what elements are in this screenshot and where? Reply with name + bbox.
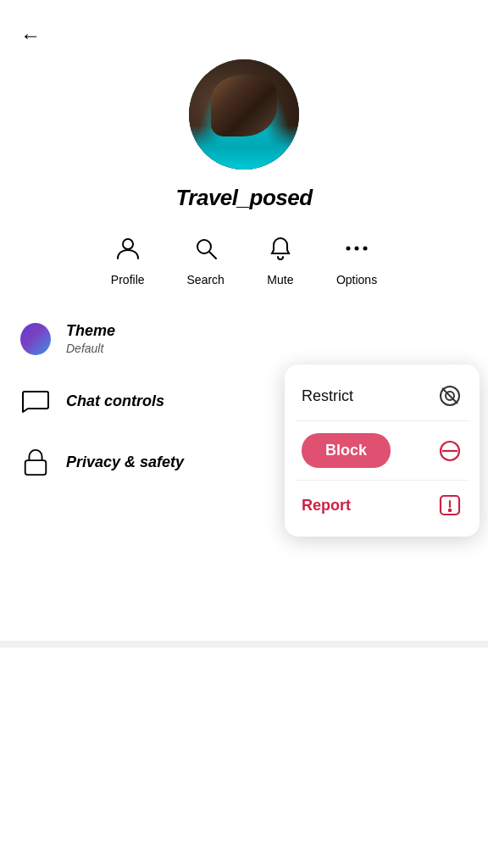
action-icons-row: Profile Search Mute bbox=[94, 235, 394, 287]
more-icon bbox=[343, 235, 370, 266]
privacy-title: Privacy & safety bbox=[66, 453, 184, 471]
chat-controls-title: Chat controls bbox=[66, 392, 164, 410]
theme-text-group: Theme Default bbox=[66, 322, 115, 355]
svg-line-9 bbox=[442, 388, 458, 403]
search-label: Search bbox=[187, 273, 225, 287]
bottom-divider bbox=[0, 641, 488, 648]
chat-icon bbox=[20, 386, 51, 416]
svg-point-3 bbox=[347, 247, 351, 251]
svg-point-4 bbox=[355, 247, 359, 251]
restrict-option[interactable]: Restrict bbox=[285, 371, 480, 420]
lock-icon bbox=[20, 447, 51, 477]
chat-controls-text-group: Chat controls bbox=[66, 392, 164, 410]
mute-label: Mute bbox=[267, 273, 293, 287]
svg-point-5 bbox=[363, 247, 368, 251]
profile-icon bbox=[114, 235, 141, 266]
settings-item-theme[interactable]: Theme Default bbox=[17, 307, 471, 370]
profile-label: Profile bbox=[111, 273, 145, 287]
block-option[interactable]: Block bbox=[285, 421, 480, 480]
block-button[interactable]: Block bbox=[302, 433, 391, 468]
search-icon bbox=[192, 235, 219, 266]
theme-subtitle: Default bbox=[66, 342, 115, 355]
svg-rect-6 bbox=[25, 460, 47, 475]
report-label: Report bbox=[302, 497, 351, 515]
bell-icon bbox=[267, 235, 294, 266]
svg-point-14 bbox=[449, 509, 451, 511]
search-action[interactable]: Search bbox=[187, 235, 225, 287]
svg-line-2 bbox=[209, 252, 216, 259]
options-label: Options bbox=[336, 273, 377, 287]
username: Travel_posed bbox=[175, 185, 312, 211]
report-icon bbox=[437, 492, 463, 518]
report-option[interactable]: Report bbox=[285, 481, 480, 530]
restrict-icon bbox=[437, 383, 463, 409]
profile-action[interactable]: Profile bbox=[111, 235, 145, 287]
block-icon bbox=[437, 438, 463, 464]
profile-section: Travel_posed Profile Search bbox=[0, 0, 488, 287]
theme-icon bbox=[20, 324, 51, 354]
options-action[interactable]: Options bbox=[336, 235, 377, 287]
theme-title: Theme bbox=[66, 322, 115, 340]
svg-point-0 bbox=[123, 239, 133, 249]
privacy-text-group: Privacy & safety bbox=[66, 453, 184, 471]
options-popup: Restrict Block Report bbox=[285, 364, 480, 537]
avatar bbox=[189, 59, 299, 170]
back-button[interactable]: ← bbox=[20, 24, 41, 47]
restrict-label: Restrict bbox=[302, 387, 353, 405]
mute-action[interactable]: Mute bbox=[267, 235, 294, 287]
